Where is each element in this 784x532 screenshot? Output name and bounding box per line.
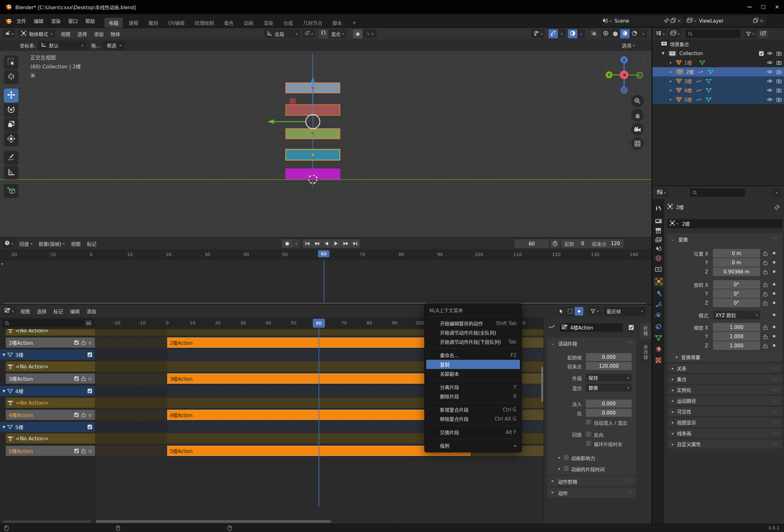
menu-item-16[interactable]: 吸附▸: [425, 441, 522, 450]
shading-solid-button[interactable]: [611, 29, 620, 38]
expand-caret[interactable]: ▸: [670, 79, 672, 83]
nla-object-track[interactable]: ▼ 4楼: [0, 386, 95, 396]
move-tool-button[interactable]: [4, 89, 19, 102]
data-tab[interactable]: [652, 333, 664, 344]
only-selected-button[interactable]: [557, 307, 565, 316]
workspace-tab-4[interactable]: 纹理绘制: [190, 18, 218, 28]
prop-field-9[interactable]: 1.000: [713, 341, 760, 350]
physics-tab[interactable]: [652, 311, 664, 321]
nla-menu-1[interactable]: 选择: [33, 306, 50, 316]
menu-item-0[interactable]: 开始编辑暂存的动作Shift Tab: [425, 319, 522, 328]
lock-icon[interactable]: [763, 325, 767, 330]
track-checkbox[interactable]: [74, 376, 79, 381]
lock-icon[interactable]: [763, 282, 767, 287]
nav-axis-minus-z[interactable]: [621, 87, 627, 94]
nla-strip[interactable]: 2楼Action: [167, 337, 319, 348]
nla-action-track[interactable]: 4楼Action ☆: [6, 410, 95, 420]
nav-axis-minus-y[interactable]: [637, 72, 643, 79]
camera-icon[interactable]: [776, 79, 782, 83]
animate-dot[interactable]: [773, 261, 776, 264]
nav-axis-y[interactable]: Y: [606, 71, 613, 78]
prop-field-8[interactable]: 1.000: [713, 332, 760, 341]
play-button[interactable]: [331, 239, 340, 248]
unlock-icon[interactable]: [81, 376, 86, 381]
hide-eye-icon[interactable]: [767, 88, 773, 92]
animate-dot[interactable]: [773, 283, 776, 286]
delta-transform-subpanel[interactable]: ▸ 变换增量: [672, 352, 782, 361]
prop-field-5[interactable]: 0°: [713, 299, 760, 307]
drag-dropdown[interactable]: 框选▾: [104, 41, 124, 50]
track-checkbox[interactable]: [87, 388, 92, 393]
shading-dropdown[interactable]: ▾: [639, 29, 647, 38]
minimize-button[interactable]: [743, 0, 757, 14]
camera-icon[interactable]: [776, 70, 782, 74]
viewport-menu-3[interactable]: 物体: [107, 29, 123, 38]
use-preview-range-button[interactable]: [551, 239, 559, 248]
material-tab[interactable]: [652, 345, 664, 355]
new-collection-button[interactable]: [758, 30, 768, 38]
outliner-object-row[interactable]: ▸ 3楼: [652, 77, 784, 86]
maximize-button[interactable]: [756, 0, 770, 14]
nla-object-track[interactable]: ▼ 5楼: [0, 422, 95, 432]
start-frame-field[interactable]: 起始0: [561, 239, 588, 248]
nla-channel-h-scrollbar[interactable]: [3, 521, 91, 523]
menu-item-12[interactable]: 移除复合片段Ctrl Alt G: [425, 414, 522, 423]
show-overlays-button[interactable]: [568, 29, 577, 38]
shading-wireframe-button[interactable]: [601, 29, 610, 38]
current-frame-marker[interactable]: 60: [318, 250, 329, 257]
side-field-5[interactable]: 0.000: [586, 409, 632, 417]
tool-tab[interactable]: [652, 204, 664, 214]
solo-star-icon[interactable]: ☆: [88, 412, 92, 418]
side-field-4[interactable]: 0.000: [586, 400, 632, 408]
workspace-tab-9[interactable]: 几何节点: [299, 18, 327, 28]
topbar-menu-3[interactable]: 窗口: [64, 16, 82, 26]
strip-name-field[interactable]: 4楼Action: [560, 323, 623, 332]
expand-caret[interactable]: ▼: [3, 389, 5, 393]
section-7[interactable]: ▸自定义属性∷∷: [667, 439, 782, 449]
expand-caret[interactable]: ▼: [3, 425, 5, 429]
camera-icon[interactable]: [776, 51, 782, 56]
nla-action-track[interactable]: 2楼Action ☆: [6, 337, 95, 348]
workspace-tab-10[interactable]: 脚本: [328, 18, 346, 28]
workspace-tab-6[interactable]: 动画: [239, 18, 258, 28]
menu-item-14[interactable]: 交换片段Alt F: [425, 427, 522, 437]
section-0[interactable]: ▸关系∷∷: [667, 363, 782, 373]
nla-strip[interactable]: 3楼Action: [167, 374, 319, 384]
track-checkbox[interactable]: [74, 340, 79, 345]
overlay-dropdown[interactable]: ▾: [578, 29, 585, 38]
display-mode-dropdown[interactable]: ▾: [669, 30, 681, 38]
timeline-track-area[interactable]: ▸: [0, 260, 651, 305]
strip-mute-checkbox[interactable]: [628, 325, 634, 330]
nla-strip[interactable]: 5楼Action: [167, 446, 319, 456]
pin-icon[interactable]: [664, 18, 669, 24]
nla-menu-2[interactable]: 标记: [50, 306, 66, 316]
expand-caret[interactable]: ▸: [670, 97, 672, 101]
collapse-arrow-icon[interactable]: ‹: [644, 59, 646, 63]
camera-view-button[interactable]: [631, 123, 644, 136]
select-box-tool-button[interactable]: [4, 55, 19, 69]
visibility-dropdown[interactable]: ▾: [531, 29, 545, 38]
nla-menu-4[interactable]: 添加: [83, 306, 100, 316]
pan-button[interactable]: [631, 109, 644, 122]
animate-dot[interactable]: [773, 292, 776, 295]
collection-checkbox[interactable]: [759, 51, 764, 56]
prop-field-1[interactable]: 0 m: [713, 258, 760, 267]
jump-to-end-button[interactable]: [351, 239, 360, 248]
section-6[interactable]: ▸线条画∷∷: [667, 428, 782, 438]
nla-action-track[interactable]: 3楼Action ☆: [6, 374, 95, 384]
collection-row[interactable]: ▼Collection: [652, 49, 784, 58]
panel-caret[interactable]: ⌄: [551, 341, 554, 346]
lock-icon[interactable]: [763, 343, 767, 348]
menu-item-8[interactable]: 分离片段Y: [425, 382, 522, 392]
tool-options-dropdown[interactable]: 选项▾: [622, 42, 635, 49]
topbar-menu-4[interactable]: 帮助: [82, 16, 99, 26]
show-gizmo-button[interactable]: [549, 29, 558, 38]
hide-eye-icon[interactable]: [767, 97, 773, 101]
workspace-tab-3[interactable]: UV编辑: [164, 18, 189, 28]
sidebar-tab-modifiers[interactable]: 修改器: [640, 341, 651, 363]
cursor-tool-button[interactable]: [4, 70, 19, 84]
collection-tab[interactable]: [652, 265, 664, 275]
toggle-checkbox[interactable]: [564, 466, 569, 471]
side-checkbox[interactable]: [586, 441, 591, 446]
editor-type-button[interactable]: ▾: [3, 239, 15, 248]
